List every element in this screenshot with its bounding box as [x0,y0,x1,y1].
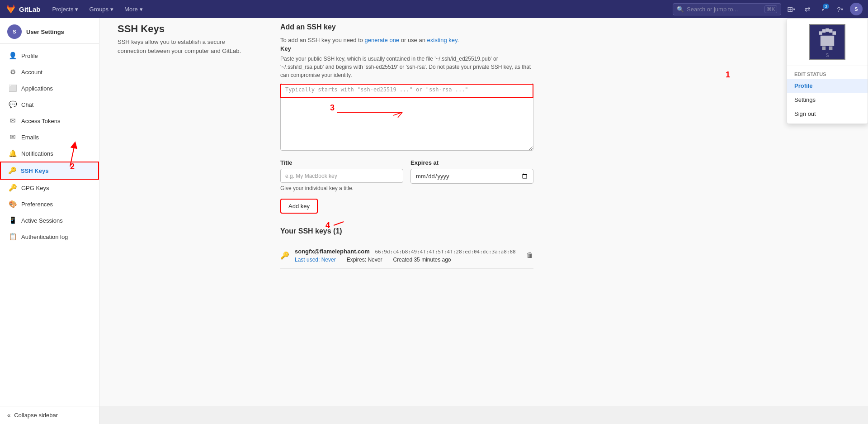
sidebar-item-gpg-keys[interactable]: 🔑 GPG Keys [0,180,99,196]
help-button[interactable]: ? ▾ [834,3,846,15]
title-expires-row: Title Give your individual key a title. … [280,159,533,199]
key-textarea[interactable] [280,83,533,151]
sidebar: S User Settings 👤 Profile ⚙ Account ⬜ Ap… [0,18,99,406]
emails-icon: ✉ [9,133,17,141]
dropdown-menu-items: Edit status Profile Settings Sign out [787,66,868,124]
dropdown-sign-out[interactable]: Sign out [787,107,868,121]
key-last-used: Last used: Never [295,257,336,263]
key-delete-button[interactable]: 🗑 [526,251,533,259]
gpg-keys-icon: 🔑 [9,184,17,192]
issues-button[interactable]: ✓ 3 [817,3,830,15]
title-label: Title [280,159,403,166]
sidebar-item-emails[interactable]: ✉ Emails [0,129,99,145]
new-item-button[interactable]: ⊞ ▾ [785,3,797,15]
key-fingerprint: 66:9d:c4:b8:49:4f:4f:5f:4f:28:ed:04:dc:3… [375,249,515,255]
access-tokens-icon: ✉ [9,117,17,125]
projects-chevron-icon: ▾ [75,6,78,13]
svg-rect-2 [822,29,826,33]
key-textarea-wrapper [280,83,533,152]
plus-chevron-icon: ▾ [793,7,795,12]
chat-icon: 💬 [9,100,17,109]
sidebar-item-chat[interactable]: 💬 Chat [0,96,99,113]
ssh-left: SSH Keys SSH keys allow you to establish… [118,23,253,64]
brand[interactable]: GitLab [5,4,41,14]
dropdown-avatar: S [809,24,845,60]
search-input[interactable] [687,6,762,13]
user-menu-button[interactable]: S [850,3,863,15]
generate-link[interactable]: generate one [364,37,399,43]
navbar-nav: Projects ▾ Groups ▾ More ▾ [48,4,673,14]
svg-rect-1 [819,31,822,35]
page-title: SSH Keys [118,23,253,35]
existing-key-link[interactable]: existing key [427,37,458,43]
sidebar-title: User Settings [26,29,64,35]
svg-rect-5 [832,31,836,35]
plus-square-icon: ⊞ [787,5,793,14]
ssh-keys-section: Your SSH keys (1) 🔑 songfx@flamelephant.… [280,227,533,269]
expires-input[interactable] [410,169,533,184]
ssh-keys-title: Your SSH keys (1) [280,227,533,235]
navbar-right: 🔍 ⌘K ⊞ ▾ ⇄ ✓ 3 ? ▾ S [673,3,863,15]
account-icon: ⚙ [9,68,17,76]
main-content: User Settings › SSH Keys SSH Keys SSH ke… [99,0,868,406]
add-key-wrapper: Add key [280,199,318,214]
dropdown-profile[interactable]: Profile [787,79,868,93]
brand-name: GitLab [19,5,41,13]
nav-groups[interactable]: Groups ▾ [85,4,118,14]
nav-projects[interactable]: Projects ▾ [48,4,83,14]
svg-rect-4 [829,29,833,33]
help-icon: ? [837,5,840,13]
avatar-image: S [810,24,844,60]
title-input[interactable] [280,169,403,183]
issues-badge: 3 [823,4,829,9]
preferences-icon: 🎨 [9,200,17,208]
sidebar-item-applications[interactable]: ⬜ Applications [0,80,99,96]
edit-status-label: Edit status [787,69,868,79]
auth-log-icon: 📋 [9,233,17,241]
sidebar-item-notifications[interactable]: 🔔 Notifications [0,145,99,162]
sidebar-item-preferences[interactable]: 🎨 Preferences [0,196,99,212]
page-description: SSH keys allow you to establish a secure… [118,38,253,55]
add-ssh-title: Add an SSH key [280,23,533,31]
profile-icon: 👤 [9,52,17,60]
svg-rect-8 [829,47,833,50]
sidebar-item-access-tokens[interactable]: ✉ Access Tokens [0,113,99,129]
ssh-keys-icon: 🔑 [8,167,16,175]
notifications-icon: 🔔 [9,149,17,157]
key-label: Key [280,45,533,52]
svg-rect-3 [826,29,829,32]
sidebar-nav: 👤 Profile ⚙ Account ⬜ Applications 💬 Cha… [0,44,99,406]
search-box[interactable]: 🔍 ⌘K [673,3,781,15]
dropdown-avatar-section: S [787,19,868,66]
title-hint: Give your individual key a title. [280,185,403,191]
sidebar-item-ssh-keys[interactable]: 🔑 SSH Keys [0,162,99,180]
add-key-button[interactable]: Add key [280,199,318,214]
key-item-icon: 🔑 [280,251,289,260]
ssh-key-item: 🔑 songfx@flamelephant.com 66:9d:c4:b8:49… [280,243,533,269]
applications-icon: ⬜ [9,84,17,92]
expires-label: Expires at [410,159,533,166]
dropdown-settings[interactable]: Settings [787,93,868,107]
sidebar-item-profile[interactable]: 👤 Profile [0,48,99,64]
add-ssh-description: To add an SSH key you need to generate o… [280,36,533,45]
search-kbd: ⌘K [764,5,777,13]
sidebar-item-auth-log[interactable]: 📋 Authentication log [0,229,99,245]
key-form-group: Key Paste your public SSH key, which is … [280,45,533,152]
ssh-layout: SSH Keys SSH keys allow you to establish… [118,23,850,269]
key-name: songfx@flamelephant.com 66:9d:c4:b8:49:4… [295,248,521,255]
sidebar-item-active-sessions[interactable]: 📱 Active Sessions [0,212,99,229]
ssh-right: Add an SSH key To add an SSH key you nee… [280,23,533,269]
key-info: songfx@flamelephant.com 66:9d:c4:b8:49:4… [295,248,521,263]
active-sessions-icon: 📱 [9,216,17,224]
sidebar-header: S User Settings [0,18,99,44]
key-expires: Expires: Never [347,257,382,263]
key-hint: Paste your public SSH key, which is usua… [280,55,533,79]
user-dropdown: S Edit status Profile Settings Sign out [787,18,868,124]
gitlab-logo-icon [5,4,16,14]
merge-requests-button[interactable]: ⇄ [801,3,814,15]
sidebar-item-account[interactable]: ⚙ Account [0,64,99,80]
nav-more[interactable]: More ▾ [120,4,147,14]
svg-rect-7 [822,47,826,50]
merge-request-icon: ⇄ [805,5,811,13]
help-chevron-icon: ▾ [841,7,843,12]
